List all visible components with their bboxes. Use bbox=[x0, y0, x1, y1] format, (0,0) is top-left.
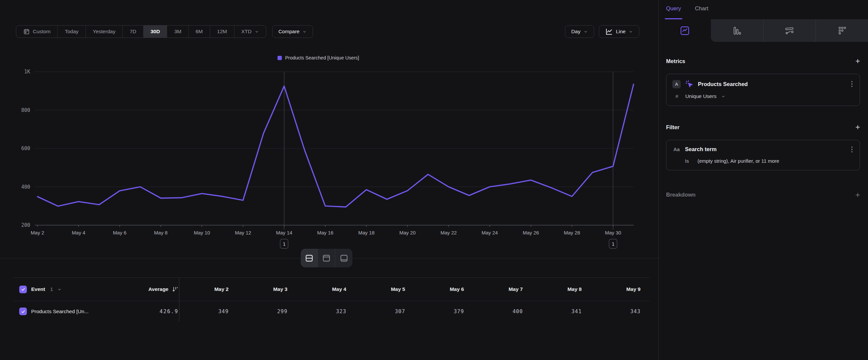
row-checkbox[interactable] bbox=[19, 307, 27, 315]
date-header: May 6 bbox=[414, 278, 473, 301]
add-filter-button[interactable]: + bbox=[856, 123, 860, 131]
chevron-down-icon bbox=[629, 30, 633, 34]
date-range-7d[interactable]: 7D bbox=[123, 26, 144, 37]
line-chart[interactable]: 2004006008001KMay 2May 4May 6May 8May 10… bbox=[0, 63, 637, 257]
legend-swatch bbox=[278, 56, 282, 60]
table-row-event-cell: Products Searched [Un... bbox=[13, 301, 108, 322]
filter-value[interactable]: (empty string), Air purifier, or 11 more bbox=[698, 158, 779, 164]
sort-descending-icon bbox=[172, 286, 178, 293]
chart-type-dropdown[interactable]: Line bbox=[599, 25, 639, 38]
date-range-xtd[interactable]: XTD bbox=[235, 26, 266, 37]
dots-grid-tab-icon bbox=[837, 26, 847, 36]
date-header: May 2 bbox=[179, 278, 238, 301]
bar-chart-tab-icon bbox=[732, 26, 742, 36]
svg-text:1K: 1K bbox=[24, 69, 30, 75]
table-view-icon bbox=[340, 254, 348, 262]
table-cell: 379 bbox=[414, 301, 473, 322]
metric-card[interactable]: A Products Searched # Unique Users bbox=[666, 74, 860, 106]
tab-chart[interactable]: Chart bbox=[695, 5, 708, 19]
date-range-yesterday[interactable]: Yesterday bbox=[86, 26, 123, 37]
legend-series-label: Products Searched [Unique Users] bbox=[285, 55, 359, 60]
results-table: Event 1 Average May 2 May 3 May 4 May 5 … bbox=[13, 277, 650, 322]
add-breakdown-button[interactable]: + bbox=[856, 191, 860, 199]
chevron-down-icon bbox=[721, 94, 725, 99]
metric-options-button[interactable] bbox=[850, 80, 854, 88]
chevron-down-icon bbox=[302, 30, 307, 34]
date-header: May 9 bbox=[591, 278, 650, 301]
line-chart-svg[interactable]: 2004006008001KMay 2May 4May 6May 8May 10… bbox=[0, 63, 637, 256]
svg-text:May 28: May 28 bbox=[564, 230, 580, 236]
event-header-cell: Event 1 bbox=[13, 278, 108, 301]
metric-letter-badge: A bbox=[672, 80, 681, 88]
line-chart-tab-icon bbox=[680, 26, 690, 36]
chevron-down-icon[interactable] bbox=[57, 287, 62, 292]
svg-text:May 20: May 20 bbox=[399, 230, 415, 236]
svg-text:May 8: May 8 bbox=[154, 230, 168, 236]
metric-name: Products Searched bbox=[698, 81, 846, 87]
viz-tab-bar[interactable] bbox=[711, 19, 763, 42]
split-view-icon bbox=[305, 254, 313, 262]
date-range-3m[interactable]: 3M bbox=[167, 26, 189, 37]
svg-text:400: 400 bbox=[21, 184, 30, 190]
chevron-down-icon bbox=[255, 30, 259, 34]
date-range-today[interactable]: Today bbox=[58, 26, 86, 37]
filter-section: Filter + Aa Search term Is (empty string… bbox=[659, 123, 868, 170]
metrics-heading: Metrics bbox=[666, 58, 685, 64]
layout-chart-only-button[interactable] bbox=[318, 249, 335, 267]
metric-aggregation[interactable]: # Unique Users bbox=[672, 93, 854, 99]
table-cell: 323 bbox=[297, 301, 356, 322]
visualization-tabs bbox=[659, 19, 868, 42]
svg-text:1: 1 bbox=[283, 242, 286, 247]
svg-text:May 22: May 22 bbox=[440, 230, 457, 236]
panel-tabs: Query Chart bbox=[659, 0, 868, 19]
compare-button[interactable]: Compare bbox=[272, 25, 313, 38]
average-header-cell[interactable]: Average bbox=[108, 278, 179, 301]
viz-tab-retention[interactable] bbox=[816, 19, 868, 42]
breakdown-section: Breakdown + bbox=[659, 191, 868, 199]
breakdown-heading: Breakdown bbox=[666, 192, 695, 198]
select-all-checkbox[interactable] bbox=[19, 286, 27, 293]
calendar-icon bbox=[23, 28, 30, 35]
svg-text:May 14: May 14 bbox=[276, 230, 292, 236]
row-series-name[interactable]: Products Searched [Un... bbox=[31, 308, 89, 314]
layout-table-only-button[interactable] bbox=[335, 249, 352, 267]
date-range-6m[interactable]: 6M bbox=[189, 26, 210, 37]
svg-text:May 26: May 26 bbox=[523, 230, 539, 236]
table-cell: 299 bbox=[238, 301, 297, 322]
filter-operator[interactable]: Is bbox=[685, 158, 689, 164]
svg-text:May 4: May 4 bbox=[72, 230, 86, 236]
add-metric-button[interactable]: + bbox=[856, 57, 860, 65]
date-header: May 5 bbox=[356, 278, 415, 301]
filter-card[interactable]: Aa Search term Is (empty string), Air pu… bbox=[666, 140, 860, 170]
chevron-down-icon bbox=[584, 30, 588, 34]
layout-toggle bbox=[301, 249, 352, 267]
filter-options-button[interactable] bbox=[850, 146, 854, 153]
event-cursor-icon bbox=[685, 80, 693, 88]
filter-property-name: Search term bbox=[685, 146, 846, 153]
date-range-30d[interactable]: 30D bbox=[144, 26, 167, 37]
svg-text:May 24: May 24 bbox=[482, 230, 498, 236]
layout-split-button[interactable] bbox=[301, 249, 318, 267]
svg-text:800: 800 bbox=[21, 107, 30, 113]
date-header: May 4 bbox=[297, 278, 356, 301]
date-range-label: Custom bbox=[33, 29, 51, 34]
svg-text:1: 1 bbox=[612, 242, 615, 247]
svg-text:600: 600 bbox=[21, 145, 30, 151]
chart-legend[interactable]: Products Searched [Unique Users] bbox=[0, 55, 637, 60]
metrics-section: Metrics + A Products Searched # bbox=[659, 57, 868, 106]
date-range-12m[interactable]: 12M bbox=[210, 26, 235, 37]
query-panel: Query Chart bbox=[658, 0, 868, 360]
svg-text:200: 200 bbox=[21, 222, 30, 228]
date-range-selector: Custom Today Yesterday 7D 30D 3M 6M 12M … bbox=[16, 25, 266, 38]
tab-query[interactable]: Query bbox=[666, 5, 681, 19]
filter-heading: Filter bbox=[666, 124, 679, 131]
viz-tab-line[interactable] bbox=[659, 19, 711, 42]
table-cell: 400 bbox=[473, 301, 532, 322]
viz-tab-flow[interactable] bbox=[764, 19, 816, 42]
toolbar-left: Custom Today Yesterday 7D 30D 3M 6M 12M … bbox=[16, 25, 313, 38]
line-chart-icon bbox=[605, 28, 613, 35]
date-range-custom[interactable]: Custom bbox=[16, 26, 58, 37]
chart-view-icon bbox=[322, 254, 331, 262]
granularity-dropdown[interactable]: Day bbox=[565, 25, 594, 38]
svg-text:May 18: May 18 bbox=[358, 230, 374, 236]
